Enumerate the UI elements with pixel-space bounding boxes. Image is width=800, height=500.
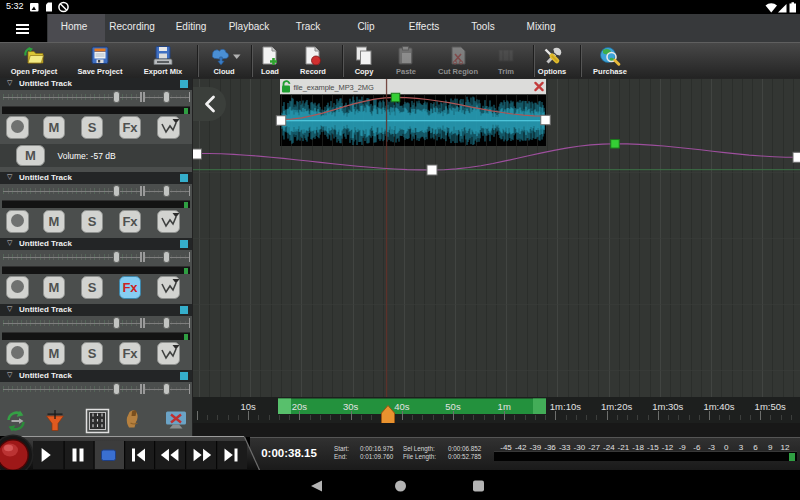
svg-text:1m: 1m bbox=[498, 401, 511, 412]
svg-text:1m:10s: 1m:10s bbox=[550, 401, 581, 412]
svg-text:1m:30s: 1m:30s bbox=[652, 401, 683, 412]
svg-text:30s: 30s bbox=[343, 401, 359, 412]
svg-text:20s: 20s bbox=[292, 401, 308, 412]
svg-text:40s: 40s bbox=[394, 401, 410, 412]
svg-text:1m:50s: 1m:50s bbox=[755, 401, 786, 412]
svg-text:1m:20s: 1m:20s bbox=[601, 401, 632, 412]
svg-text:1m:40s: 1m:40s bbox=[703, 401, 734, 412]
svg-text:file_example_MP3_2MG: file_example_MP3_2MG bbox=[294, 83, 374, 92]
svg-text:10s: 10s bbox=[241, 401, 257, 412]
svg-text:50s: 50s bbox=[445, 401, 461, 412]
